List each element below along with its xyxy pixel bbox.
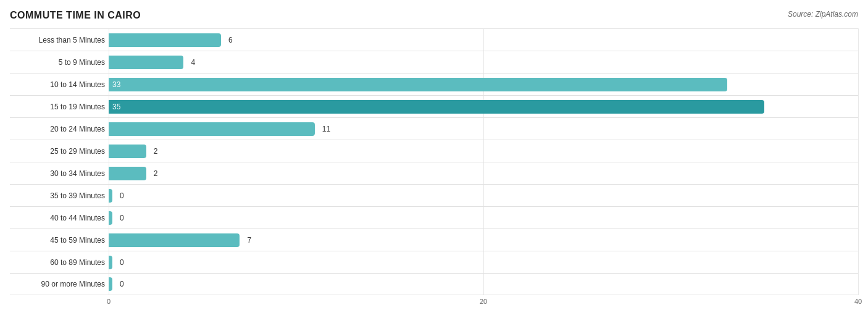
bar-value: 0: [120, 214, 124, 222]
x-tick: 0: [107, 298, 111, 305]
bar: [109, 256, 112, 269]
bar: [109, 145, 146, 158]
bar-value: 0: [120, 280, 124, 288]
bar-row: 15 to 19 Minutes35: [10, 95, 858, 117]
bar: [109, 167, 146, 180]
bar: [109, 211, 112, 225]
bar-container: 0: [109, 274, 858, 295]
bar-value: 11: [322, 125, 330, 133]
row-label: 5 to 9 Minutes: [10, 58, 109, 67]
row-label: 15 to 19 Minutes: [10, 103, 109, 111]
row-label: 25 to 29 Minutes: [10, 147, 109, 156]
row-label: 10 to 14 Minutes: [10, 80, 109, 89]
bar-container: 33: [109, 73, 858, 95]
bar-value: 33: [112, 80, 120, 89]
bar: [109, 56, 183, 69]
bar: [109, 277, 112, 291]
bar-row: 20 to 24 Minutes11: [10, 117, 858, 140]
bar-row: 35 to 39 Minutes0: [10, 184, 858, 206]
x-axis: 02040: [109, 298, 858, 310]
bar-container: 35: [109, 96, 858, 117]
bar-row: 90 or more Minutes0: [10, 273, 858, 295]
bar-value: 2: [154, 169, 158, 178]
grid-line: [858, 28, 859, 295]
source-label: Source: ZipAtlas.com: [788, 10, 858, 19]
chart-title: COMMUTE TIME IN CAIRO: [10, 10, 141, 21]
bar-value: 0: [120, 258, 124, 267]
row-label: 30 to 34 Minutes: [10, 169, 109, 178]
bar-value: 35: [112, 103, 120, 111]
bar-value: 6: [228, 36, 233, 44]
bar-value: 4: [191, 58, 195, 67]
chart-header: COMMUTE TIME IN CAIRO Source: ZipAtlas.c…: [10, 10, 858, 21]
bar: [109, 189, 112, 203]
bar-row: 60 to 89 Minutes0: [10, 251, 858, 273]
bar-container: 0: [109, 251, 858, 273]
row-label: 20 to 24 Minutes: [10, 125, 109, 133]
bar-row: 5 to 9 Minutes4: [10, 51, 858, 73]
bar-row: 30 to 34 Minutes2: [10, 162, 858, 184]
bar-container: 6: [109, 29, 858, 51]
row-label: 45 to 59 Minutes: [10, 236, 109, 245]
bar: [109, 122, 315, 136]
bar: 35: [109, 100, 764, 114]
row-label: 90 or more Minutes: [10, 280, 109, 288]
bar-container: 0: [109, 185, 858, 206]
bar-row: 40 to 44 Minutes0: [10, 206, 858, 229]
row-label: 40 to 44 Minutes: [10, 214, 109, 222]
row-label: 35 to 39 Minutes: [10, 191, 109, 200]
x-tick: 20: [480, 298, 487, 305]
bar-value: 2: [154, 147, 158, 156]
chart-area: Less than 5 Minutes65 to 9 Minutes410 to…: [10, 28, 858, 323]
bar-row: 45 to 59 Minutes7: [10, 229, 858, 251]
bar-row: Less than 5 Minutes6: [10, 28, 858, 51]
bar-value: 7: [247, 236, 251, 245]
row-label: Less than 5 Minutes: [10, 36, 109, 44]
bar-row: 10 to 14 Minutes33: [10, 73, 858, 95]
bar-value: 0: [120, 191, 124, 200]
bar-container: 2: [109, 140, 858, 162]
x-tick: 40: [854, 298, 862, 305]
page-container: COMMUTE TIME IN CAIRO Source: ZipAtlas.c…: [10, 10, 858, 323]
bar-container: 7: [109, 229, 858, 251]
row-label: 60 to 89 Minutes: [10, 258, 109, 267]
bar-container: 4: [109, 51, 858, 73]
bar-container: 0: [109, 207, 858, 229]
bar-row: 25 to 29 Minutes2: [10, 140, 858, 162]
bars-container: Less than 5 Minutes65 to 9 Minutes410 to…: [10, 28, 858, 295]
chart-inner: Less than 5 Minutes65 to 9 Minutes410 to…: [10, 28, 858, 295]
bar: [109, 233, 240, 247]
bar-container: 2: [109, 162, 858, 184]
bar: [109, 33, 221, 47]
bar: 33: [109, 78, 727, 91]
bar-container: 11: [109, 118, 858, 140]
